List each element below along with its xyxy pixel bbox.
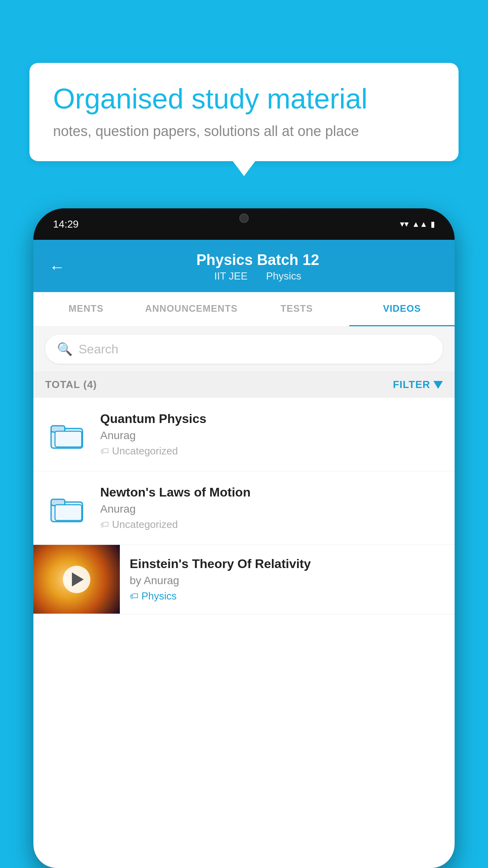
bubble-title: Organised study material [53, 83, 435, 115]
filter-label: FILTER [393, 379, 430, 391]
tabs-bar: MENTS ANNOUNCEMENTS TESTS VIDEOS [33, 292, 455, 327]
video-info: Quantum Physics Anurag 🏷 Uncategorized [100, 412, 443, 457]
app-screen: ← Physics Batch 12 IIT JEE Physics MENTS… [33, 240, 455, 868]
tag-icon: 🏷 [100, 520, 109, 530]
tab-announcements[interactable]: ANNOUNCEMENTS [139, 292, 244, 326]
filter-icon [433, 381, 443, 389]
phone-camera [239, 213, 249, 223]
tag-label: Physics [141, 590, 177, 602]
svg-rect-5 [55, 505, 82, 520]
signal-icon: ▲▲ [412, 220, 427, 229]
tag-icon: 🏷 [100, 446, 109, 456]
video-info: Einstein's Theory Of Relativity by Anura… [120, 545, 455, 614]
video-tag: 🏷 Uncategorized [100, 519, 443, 531]
video-title: Newton's Laws of Motion [100, 485, 443, 500]
app-header: ← Physics Batch 12 IIT JEE Physics [33, 240, 455, 292]
folder-icon [49, 492, 84, 524]
folder-icon [49, 419, 84, 450]
tag-label: Uncategorized [112, 445, 178, 457]
filter-row: TOTAL (4) FILTER [33, 371, 455, 398]
list-item[interactable]: Einstein's Theory Of Relativity by Anura… [33, 545, 455, 614]
video-author: by Anurag [130, 574, 445, 587]
video-author: Anurag [100, 503, 443, 515]
header-title-block: Physics Batch 12 IIT JEE Physics [77, 252, 439, 282]
video-list: Quantum Physics Anurag 🏷 Uncategorized [33, 398, 455, 614]
header-title: Physics Batch 12 [77, 252, 439, 268]
video-tag: 🏷 Physics [130, 590, 445, 602]
play-button[interactable] [63, 566, 90, 593]
status-time: 14:29 [53, 218, 79, 230]
search-input-wrap[interactable]: 🔍 Search [45, 335, 443, 364]
video-info: Newton's Laws of Motion Anurag 🏷 Uncateg… [100, 485, 443, 531]
header-subtitle: IIT JEE Physics [77, 270, 439, 282]
filter-button[interactable]: FILTER [393, 379, 443, 391]
header-tag2: Physics [266, 270, 301, 282]
tag-label: Uncategorized [112, 519, 178, 531]
video-title: Einstein's Theory Of Relativity [130, 557, 445, 571]
search-placeholder-text: Search [79, 342, 118, 357]
phone-frame: 14:29 ▾▾ ▲▲ ▮ ← Physics Batch 12 IIT JEE… [33, 208, 455, 868]
video-author: Anurag [100, 429, 443, 442]
phone-notch [205, 208, 283, 228]
svg-rect-2 [55, 431, 82, 447]
play-icon [72, 572, 84, 587]
folder-icon-container [45, 486, 88, 530]
tab-videos[interactable]: VIDEOS [349, 292, 455, 326]
tab-ments[interactable]: MENTS [33, 292, 139, 326]
total-count-label: TOTAL (4) [45, 379, 97, 391]
status-icons: ▾▾ ▲▲ ▮ [400, 219, 435, 229]
battery-icon: ▮ [431, 219, 435, 229]
video-thumbnail [33, 545, 120, 614]
status-bar: 14:29 ▾▾ ▲▲ ▮ [33, 208, 455, 240]
tab-tests[interactable]: TESTS [244, 292, 349, 326]
search-icon: 🔍 [57, 342, 73, 357]
tag-icon: 🏷 [130, 591, 138, 601]
search-container: 🔍 Search [33, 327, 455, 371]
list-item[interactable]: Quantum Physics Anurag 🏷 Uncategorized [33, 398, 455, 471]
speech-bubble: Organised study material notes, question… [29, 63, 459, 161]
video-tag: 🏷 Uncategorized [100, 445, 443, 457]
header-tag1: IIT JEE [214, 270, 248, 282]
back-button[interactable]: ← [49, 258, 65, 276]
folder-icon-container [45, 413, 88, 456]
bubble-subtitle: notes, question papers, solutions all at… [53, 123, 435, 140]
list-item[interactable]: Newton's Laws of Motion Anurag 🏷 Uncateg… [33, 471, 455, 545]
wifi-icon: ▾▾ [400, 219, 409, 229]
video-title: Quantum Physics [100, 412, 443, 426]
